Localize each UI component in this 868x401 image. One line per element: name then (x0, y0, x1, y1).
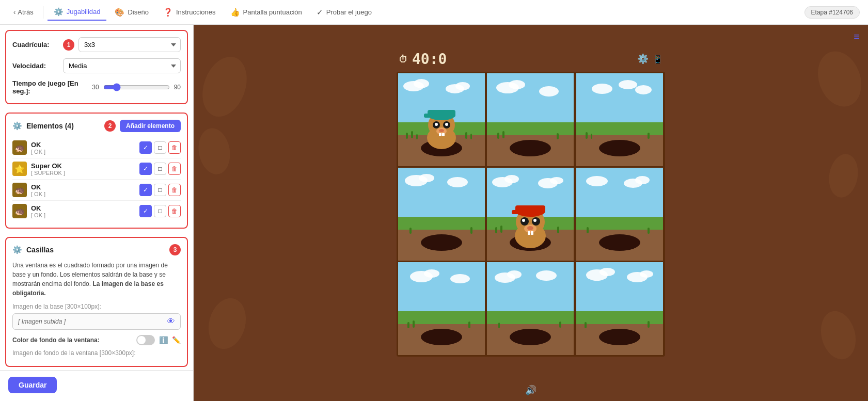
grid-cell-1[interactable] (487, 73, 574, 166)
svg-rect-54 (470, 227, 472, 234)
svg-rect-53 (409, 228, 412, 234)
element-check-3[interactable]: ✓ (139, 205, 152, 217)
element-check-2[interactable]: ✓ (139, 184, 152, 196)
casillas-description: Una ventana es el cuadrado formado por u… (12, 261, 181, 298)
tab-instrucciones[interactable]: ❓ Instrucciones (157, 5, 222, 20)
chevron-left-icon: ‹ (13, 8, 15, 16)
element-check-0[interactable]: ✓ (139, 141, 152, 154)
element-copy-3[interactable]: □ (154, 205, 166, 217)
decor-blob-4 (811, 45, 868, 113)
svg-rect-106 (559, 322, 561, 328)
svg-point-29 (539, 86, 559, 97)
element-delete-3[interactable]: 🗑 (168, 205, 181, 217)
tab-jugabilidad-label: Jugabilidad (67, 8, 101, 15)
element-row-2: 🦔 OK [ OK ] ✓ □ 🗑 (12, 180, 181, 201)
svg-point-104 (510, 329, 551, 345)
svg-point-52 (421, 234, 462, 251)
svg-rect-45 (648, 133, 650, 139)
element-row-0: 🦔 OK [ OK ] ✓ □ 🗑 (12, 137, 181, 158)
grid-cell-7[interactable] (487, 262, 574, 355)
elements-title: Elementos (4) (26, 122, 100, 130)
svg-point-59 (550, 177, 563, 184)
grid-cell-0[interactable] (398, 73, 485, 166)
grid-cell-6[interactable] (398, 262, 485, 355)
element-copy-2[interactable]: □ (154, 184, 166, 196)
tab-pantalla-puntuacion[interactable]: 👍 Pantalla puntuación (224, 5, 308, 20)
grid-cell-2[interactable] (576, 73, 663, 166)
add-element-button[interactable]: Añadir elemento (120, 120, 181, 132)
svg-point-4 (455, 82, 470, 90)
time-min: 30 (92, 84, 99, 91)
svg-rect-44 (591, 134, 592, 139)
element-info-2: OK [ OK ] (31, 183, 135, 197)
element-name-1: Super OK (31, 162, 135, 170)
element-actions-3: ✓ □ 🗑 (139, 205, 181, 217)
svg-point-20 (435, 123, 438, 126)
element-copy-0[interactable]: □ (154, 141, 166, 154)
timer-icon: ⏱ (399, 54, 408, 65)
img-base-eye-button[interactable]: 👁 (167, 317, 175, 326)
element-name-3: OK (31, 204, 135, 212)
element-delete-0[interactable]: 🗑 (168, 141, 181, 154)
gear-icon-casillas: ⚙️ (12, 245, 22, 254)
element-info-0: OK [ OK ] (31, 141, 135, 155)
time-slider[interactable] (103, 83, 170, 91)
save-button[interactable]: Guardar (8, 377, 57, 393)
mobile-icon[interactable]: 📱 (653, 54, 663, 64)
svg-rect-116 (648, 321, 650, 328)
element-copy-1[interactable]: □ (154, 163, 166, 175)
casillas-header: ⚙️ Casillas 3 (12, 244, 181, 255)
tab-probar-juego[interactable]: ✓ Probar el juego (310, 5, 378, 20)
svg-rect-70 (512, 210, 523, 214)
decor-blob-2 (195, 125, 234, 177)
tab-instrucciones-label: Instrucciones (176, 8, 216, 16)
tab-diseno[interactable]: 🎨 Diseño (108, 5, 154, 20)
color-toggle[interactable] (136, 335, 155, 345)
element-tag-2: [ OK ] (31, 191, 135, 197)
svg-point-21 (445, 123, 448, 126)
svg-point-49 (447, 177, 468, 187)
settings-icon[interactable]: ⚙️ (637, 53, 649, 65)
sound-icon[interactable]: 🔊 (525, 384, 536, 396)
element-name-0: OK (31, 141, 135, 149)
grid-cell-3[interactable] (398, 168, 485, 261)
cell-svg-7 (487, 262, 574, 355)
etapa-badge: Etapa #124706 (804, 6, 860, 19)
element-delete-2[interactable]: 🗑 (168, 184, 181, 196)
back-button[interactable]: ‹ Atrás (8, 5, 39, 19)
element-delete-1[interactable]: 🗑 (168, 163, 181, 175)
grid-select[interactable]: 3x3 2x2 4x4 5x5 (78, 37, 181, 52)
hamburger-icon[interactable]: ≡ (854, 31, 860, 43)
grid-cell-4[interactable] (487, 168, 574, 261)
element-row-3: 🦔 OK [ OK ] ✓ □ 🗑 (12, 201, 181, 221)
element-check-1[interactable]: ✓ (139, 163, 152, 175)
img-base-label: Imagen de la base [300×100px]: (12, 303, 181, 310)
speed-label: Velocidad: (12, 62, 59, 70)
speed-select[interactable]: Lenta Media Rápida (63, 58, 181, 73)
info-button[interactable]: ℹ️ (159, 336, 168, 344)
grid-cell-5[interactable] (576, 168, 663, 261)
svg-point-91 (450, 274, 470, 283)
game-preview-panel: ≡ ⏱ 40:0 ⚙️ 📱 (194, 25, 868, 401)
img-base-input-row: [ Imagen subida ] 👁 (12, 313, 181, 330)
elements-header: ⚙️ Elementos (4) 2 Añadir elemento (12, 120, 181, 132)
cell-svg-3 (398, 168, 485, 261)
element-icon-2: 🦔 (12, 183, 27, 197)
tab-probar-label: Probar el juego (326, 8, 372, 16)
element-name-2: OK (31, 183, 135, 191)
cell-svg-0 (398, 73, 485, 166)
element-tag-0: [ OK ] (31, 149, 135, 155)
tab-jugabilidad[interactable]: ⚙️ Jugabilidad (48, 4, 107, 21)
timer-display: ⏱ 40:0 (399, 51, 447, 68)
svg-rect-9 (411, 131, 413, 138)
step-1-badge: 1 (63, 39, 74, 51)
svg-rect-26 (487, 73, 574, 125)
time-max: 90 (174, 84, 181, 91)
svg-rect-87 (648, 228, 650, 234)
svg-rect-86 (587, 227, 589, 233)
svg-point-111 (640, 270, 653, 278)
grid-cell-8[interactable] (576, 262, 663, 355)
svg-point-76 (527, 226, 533, 230)
edit-color-button[interactable]: ✏️ (172, 336, 181, 344)
svg-rect-95 (407, 322, 409, 328)
